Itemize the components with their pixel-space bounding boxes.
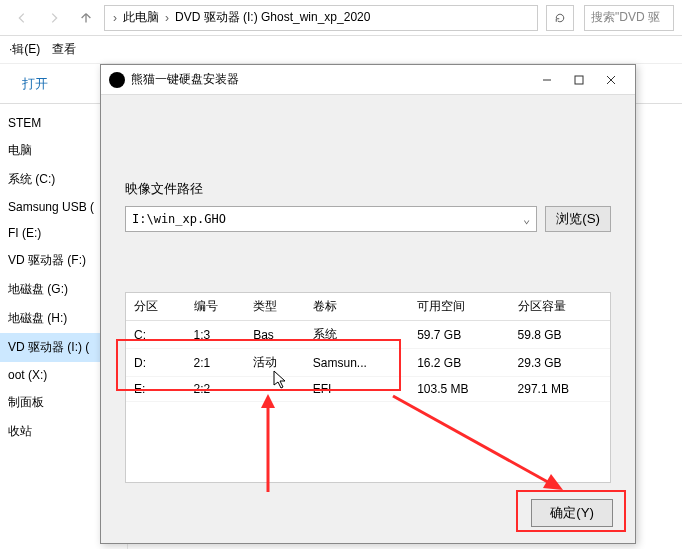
cell-part: D: (126, 349, 186, 377)
minimize-button[interactable] (531, 69, 563, 91)
refresh-button[interactable] (546, 5, 574, 31)
image-path-label: 映像文件路径 (125, 180, 611, 198)
col-total: 分区容量 (510, 293, 610, 321)
app-icon (109, 72, 125, 88)
col-volume: 卷标 (305, 293, 409, 321)
cell-id: 2:1 (186, 349, 246, 377)
col-partition: 分区 (126, 293, 186, 321)
cell-id: 2:2 (186, 377, 246, 402)
dialog-body: 映像文件路径 I:\win_xp.GHO ⌄ 浏览(S) 分区 编号 类型 卷标… (101, 95, 635, 503)
image-path-row: I:\win_xp.GHO ⌄ 浏览(S) (125, 206, 611, 232)
cell-total: 59.8 GB (510, 321, 610, 349)
table-row[interactable]: D:2:1活动Samsun...16.2 GB29.3 GB (126, 349, 610, 377)
col-free: 可用空间 (409, 293, 509, 321)
toolbar-open[interactable]: 打开 (12, 71, 58, 97)
dialog-title: 熊猫一键硬盘安装器 (131, 71, 531, 88)
address-box[interactable]: › 此电脑 › DVD 驱动器 (I:) Ghost_win_xp_2020 (104, 5, 538, 31)
nav-back-button[interactable] (8, 5, 36, 31)
table-empty-space (126, 402, 610, 482)
image-path-input[interactable]: I:\win_xp.GHO ⌄ (125, 206, 537, 232)
cell-type: Bas (245, 321, 305, 349)
image-path-value: I:\win_xp.GHO (132, 212, 226, 226)
table-row[interactable]: E:2:2EFI103.5 MB297.1 MB (126, 377, 610, 402)
installer-dialog: 熊猫一键硬盘安装器 映像文件路径 I:\win_xp.GHO ⌄ 浏览(S) 分… (100, 64, 636, 544)
breadcrumb-pc[interactable]: 此电脑 (123, 9, 159, 26)
ok-button[interactable]: 确定(Y) (531, 499, 613, 527)
cell-vol: Samsun... (305, 349, 409, 377)
menu-edit[interactable]: ·辑(E) (6, 41, 43, 58)
cell-type (245, 377, 305, 402)
close-button[interactable] (595, 69, 627, 91)
cell-part: E: (126, 377, 186, 402)
dialog-footer: 确定(Y) (531, 499, 613, 527)
chevron-down-icon: ⌄ (523, 212, 530, 226)
nav-up-button[interactable] (72, 5, 100, 31)
cell-vol: EFI (305, 377, 409, 402)
partition-table: 分区 编号 类型 卷标 可用空间 分区容量 C:1:3Bas系统59.7 GB5… (125, 292, 611, 483)
explorer-address-bar: › 此电脑 › DVD 驱动器 (I:) Ghost_win_xp_2020 搜… (0, 0, 682, 36)
table-row[interactable]: C:1:3Bas系统59.7 GB59.8 GB (126, 321, 610, 349)
svg-rect-1 (575, 76, 583, 84)
cell-free: 16.2 GB (409, 349, 509, 377)
cell-part: C: (126, 321, 186, 349)
table-header-row: 分区 编号 类型 卷标 可用空间 分区容量 (126, 293, 610, 321)
maximize-button[interactable] (563, 69, 595, 91)
cell-total: 29.3 GB (510, 349, 610, 377)
col-id: 编号 (186, 293, 246, 321)
cell-type: 活动 (245, 349, 305, 377)
search-input[interactable]: 搜索"DVD 驱 (584, 5, 674, 31)
titlebar[interactable]: 熊猫一键硬盘安装器 (101, 65, 635, 95)
breadcrumb-drive[interactable]: DVD 驱动器 (I:) Ghost_win_xp_2020 (175, 9, 370, 26)
cell-vol: 系统 (305, 321, 409, 349)
nav-forward-button[interactable] (40, 5, 68, 31)
chevron-right-icon: › (113, 11, 117, 25)
cell-free: 59.7 GB (409, 321, 509, 349)
browse-button[interactable]: 浏览(S) (545, 206, 611, 232)
col-type: 类型 (245, 293, 305, 321)
menu-bar: ·辑(E) 查看 (0, 36, 682, 64)
cell-total: 297.1 MB (510, 377, 610, 402)
cell-id: 1:3 (186, 321, 246, 349)
cell-free: 103.5 MB (409, 377, 509, 402)
menu-view[interactable]: 查看 (49, 41, 79, 58)
chevron-right-icon: › (165, 11, 169, 25)
